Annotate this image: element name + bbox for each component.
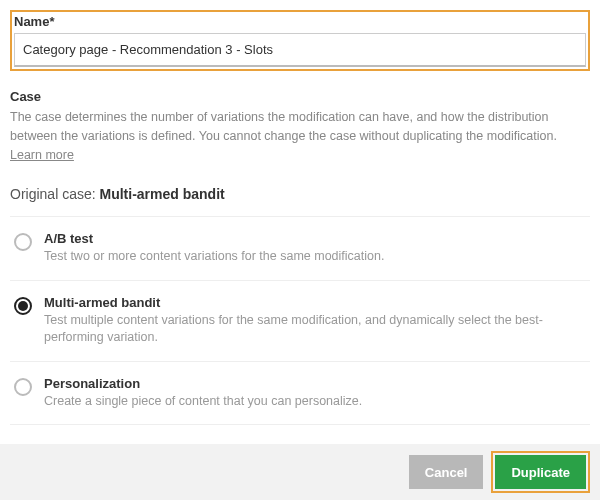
option-text: Multi-armed bandit Test multiple content…	[44, 295, 586, 347]
option-text: A/B test Test two or more content variat…	[44, 231, 586, 266]
option-ab-test[interactable]: A/B test Test two or more content variat…	[10, 217, 590, 281]
option-text: Personalization Create a single piece of…	[44, 376, 586, 411]
option-title: Personalization	[44, 376, 586, 391]
case-description: The case determines the number of variat…	[10, 108, 590, 164]
option-title: Multi-armed bandit	[44, 295, 586, 310]
case-title: Case	[10, 89, 590, 104]
radio-icon	[14, 297, 32, 315]
radio-icon	[14, 378, 32, 396]
duplicate-button-highlight: Duplicate	[491, 451, 590, 493]
original-case-label: Original case:	[10, 186, 99, 202]
duplicate-button[interactable]: Duplicate	[495, 455, 586, 489]
cancel-button[interactable]: Cancel	[409, 455, 484, 489]
original-case: Original case: Multi-armed bandit	[10, 186, 590, 202]
radio-icon	[14, 233, 32, 251]
option-desc: Test multiple content variations for the…	[44, 312, 586, 347]
option-desc: Create a single piece of content that yo…	[44, 393, 586, 411]
case-description-text: The case determines the number of variat…	[10, 110, 557, 143]
name-input[interactable]	[14, 33, 586, 67]
option-desc: Test two or more content variations for …	[44, 248, 586, 266]
learn-more-link[interactable]: Learn more	[10, 148, 74, 162]
name-label: Name*	[14, 14, 586, 29]
option-personalization[interactable]: Personalization Create a single piece of…	[10, 362, 590, 426]
name-field-highlight: Name*	[10, 10, 590, 71]
case-options: A/B test Test two or more content variat…	[10, 216, 590, 425]
original-case-value: Multi-armed bandit	[99, 186, 224, 202]
option-title: A/B test	[44, 231, 586, 246]
dialog-footer: Cancel Duplicate	[0, 444, 600, 500]
option-multi-armed-bandit[interactable]: Multi-armed bandit Test multiple content…	[10, 281, 590, 362]
